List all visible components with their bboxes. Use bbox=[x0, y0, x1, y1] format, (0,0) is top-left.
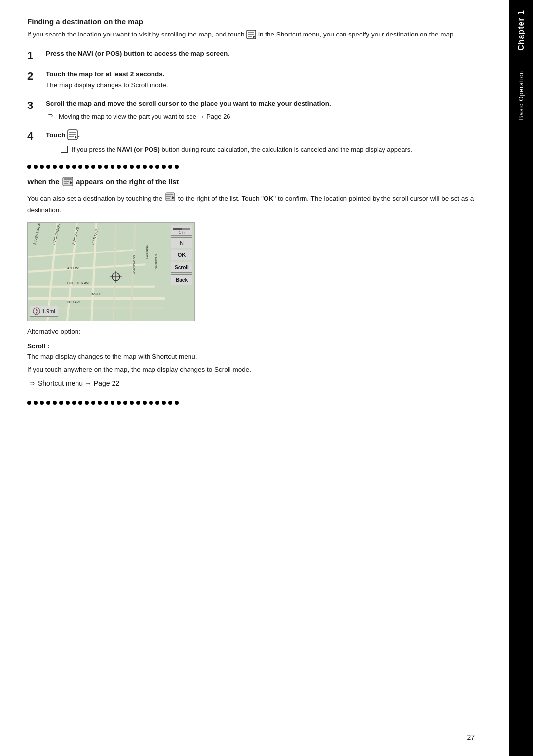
shortcut-icon-inline bbox=[246, 31, 258, 38]
svg-text:4TH AVE: 4TH AVE bbox=[67, 266, 81, 270]
svg-rect-18 bbox=[166, 198, 170, 199]
svg-rect-16 bbox=[166, 194, 173, 195]
step-3-number: 3 bbox=[27, 99, 42, 111]
when-icon bbox=[62, 177, 73, 187]
step-3-content: Scroll the map and move the scroll curso… bbox=[46, 99, 482, 121]
step-3: 3 Scroll the map and move the scroll cur… bbox=[27, 99, 482, 121]
step-1-title: Press the NAVI (or POS) button to access… bbox=[46, 49, 482, 59]
chapter-sublabel: Basic Operation bbox=[518, 66, 525, 125]
step-4-number: 4 bbox=[27, 129, 42, 142]
sub-arrow: ⊃ bbox=[48, 112, 56, 119]
list-icon-inline bbox=[165, 192, 175, 206]
sub-text: Moving the map to view the part you want… bbox=[59, 112, 230, 122]
map-image: S IVERSON AVE S ROBINSON AVE S ROB AVE S… bbox=[27, 222, 195, 321]
shortcut-text: Shortcut menu → Page 22 bbox=[38, 379, 119, 387]
map-btn-ok[interactable]: OK bbox=[171, 250, 192, 260]
page-number: 27 bbox=[467, 733, 475, 741]
svg-rect-46 bbox=[173, 228, 182, 230]
dots-separator-1 bbox=[27, 165, 482, 169]
dots-separator-2 bbox=[27, 401, 482, 405]
step-1: 1 Press the NAVI (or POS) button to acce… bbox=[27, 49, 482, 62]
when-body: You can also set a destination by touchi… bbox=[27, 192, 482, 216]
step-4-content: Touch . If you pre bbox=[46, 129, 482, 155]
map-buttons: 1 in N OK Scroll Back bbox=[171, 225, 192, 285]
svg-rect-13 bbox=[64, 183, 68, 184]
svg-marker-50 bbox=[36, 311, 38, 314]
sidebar: Chapter 1 Basic Operation bbox=[509, 0, 533, 756]
svg-rect-11 bbox=[64, 178, 72, 180]
scroll-body-2: If you touch anywhere on the map, the ma… bbox=[27, 365, 482, 375]
touch-period: . bbox=[78, 131, 80, 139]
scroll-label: Scroll : bbox=[27, 342, 482, 350]
main-content: Finding a destination on the map If you … bbox=[0, 0, 509, 756]
svg-text:SANERS S: SANERS S bbox=[155, 254, 158, 269]
when-heading: When the appears on the right of the lis… bbox=[27, 177, 482, 187]
svg-text:3RD AVE: 3RD AVE bbox=[67, 301, 81, 304]
checkbox-icon bbox=[61, 146, 68, 153]
distance-value: 1.9mi bbox=[42, 308, 55, 314]
compass-icon bbox=[33, 307, 40, 315]
step-4: 4 Touch . bbox=[27, 129, 482, 155]
checkbox-text: If you press the NAVI (or POS) button du… bbox=[72, 145, 412, 155]
step-4-title: Touch . bbox=[46, 129, 482, 140]
map-distance: 1.9mi bbox=[30, 306, 58, 317]
scale-indicator: 1 in bbox=[171, 225, 192, 236]
svg-text:W ACEWOOD: W ACEWOOD bbox=[133, 255, 136, 274]
shortcut-arrow: ⊃ bbox=[29, 379, 35, 387]
scroll-body-1: The map display changes to the map with … bbox=[27, 352, 482, 362]
step-1-number: 1 bbox=[27, 49, 42, 62]
svg-marker-9 bbox=[75, 136, 77, 139]
step-3-title: Scroll the map and move the scroll curso… bbox=[46, 99, 482, 108]
svg-marker-4 bbox=[253, 36, 255, 38]
touch-label: Touch bbox=[46, 131, 67, 139]
svg-text:SWINNING: SWINNING bbox=[145, 245, 148, 260]
map-btn-back[interactable]: Back bbox=[171, 274, 192, 285]
when-text-after: appears on the right of the list bbox=[76, 178, 179, 186]
when-text-before: When the bbox=[27, 178, 59, 186]
alt-option-label: Alternative option: bbox=[27, 328, 482, 335]
svg-rect-17 bbox=[166, 196, 171, 197]
intro-text: If you search the location you want to v… bbox=[27, 30, 482, 40]
chapter-label: Chapter 1 bbox=[517, 0, 526, 61]
step-2: 2 Touch the map for at least 2 seconds. … bbox=[27, 70, 482, 91]
step-2-number: 2 bbox=[27, 70, 42, 82]
svg-text:1 in: 1 in bbox=[179, 231, 184, 234]
svg-text:TON PL: TON PL bbox=[91, 293, 102, 296]
map-btn-north[interactable]: N bbox=[171, 237, 192, 248]
step-2-body: The map display changes to Scroll mode. bbox=[46, 80, 482, 91]
section-heading: Finding a destination on the map bbox=[27, 17, 482, 26]
page-container: Chapter 1 Basic Operation Finding a dest… bbox=[0, 0, 533, 756]
step-3-subbullet: ⊃ Moving the map to view the part you wa… bbox=[48, 112, 482, 122]
step-2-content: Touch the map for at least 2 seconds. Th… bbox=[46, 70, 482, 91]
svg-text:CHESTER AVE: CHESTER AVE bbox=[67, 281, 91, 285]
step-1-content: Press the NAVI (or POS) button to access… bbox=[46, 49, 482, 59]
svg-rect-12 bbox=[64, 181, 69, 182]
svg-marker-49 bbox=[36, 308, 38, 311]
step-4-checkbox: If you press the NAVI (or POS) button du… bbox=[61, 145, 482, 155]
step-2-title: Touch the map for at least 2 seconds. bbox=[46, 70, 482, 79]
touch-icon bbox=[67, 129, 78, 140]
map-btn-scroll[interactable]: Scroll bbox=[171, 262, 192, 273]
shortcut-link: ⊃ Shortcut menu → Page 22 bbox=[29, 379, 482, 387]
